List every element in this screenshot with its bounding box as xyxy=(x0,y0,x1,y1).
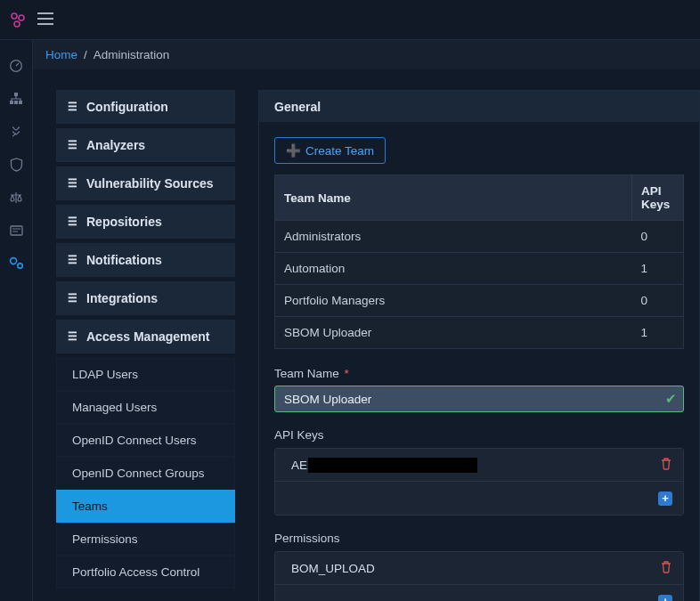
permissions-label: Permissions xyxy=(274,532,684,545)
svg-rect-7 xyxy=(19,101,22,104)
api-key-value: AE xyxy=(291,458,477,473)
col-api-keys[interactable]: API Keys xyxy=(632,175,684,221)
nav-group-access-management[interactable]: ☰Access Management xyxy=(56,320,235,353)
svg-point-1 xyxy=(19,15,24,20)
add-icon[interactable]: + xyxy=(658,595,672,602)
svg-point-10 xyxy=(17,264,22,269)
nav-group-vulnerability-sources[interactable]: ☰Vulnerability Sources xyxy=(56,166,235,200)
list-icon: ☰ xyxy=(68,215,77,228)
content-panel: General ➕ Create Team Team Name API Keys… xyxy=(258,90,700,601)
teams-table: Team Name API Keys Administrators0 Autom… xyxy=(274,175,684,349)
trash-icon[interactable] xyxy=(660,560,672,576)
table-row[interactable]: Automation1 xyxy=(275,253,684,285)
nav-sub-portfolio-access-control[interactable]: Portfolio Access Control xyxy=(56,556,235,589)
team-name-input[interactable] xyxy=(274,386,684,412)
svg-point-0 xyxy=(12,13,17,19)
nav-sub-permissions[interactable]: Permissions xyxy=(56,523,235,556)
redacted-icon xyxy=(308,458,477,473)
nav-sub-openid-groups[interactable]: OpenID Connect Groups xyxy=(56,457,235,490)
permissions-list: BOM_UPLOAD + xyxy=(274,551,684,601)
rail-components-icon[interactable] xyxy=(0,115,33,148)
svg-rect-5 xyxy=(10,101,13,104)
breadcrumb-separator: / xyxy=(84,48,87,61)
permission-value: BOM_UPLOAD xyxy=(291,562,375,575)
nav-group-configuration[interactable]: ☰Configuration xyxy=(56,90,235,124)
svg-rect-8 xyxy=(11,226,22,235)
panel-title: General xyxy=(259,91,699,122)
list-icon: ☰ xyxy=(68,177,77,190)
general-panel: General ➕ Create Team Team Name API Keys… xyxy=(258,90,700,601)
app-logo xyxy=(9,11,27,28)
list-icon: ☰ xyxy=(68,139,77,151)
team-name-label: Team Name * xyxy=(274,367,684,380)
rail-projects-icon[interactable] xyxy=(0,82,33,115)
nav-sub-openid-users[interactable]: OpenID Connect Users xyxy=(56,424,235,457)
list-icon: ☰ xyxy=(68,292,77,305)
table-row[interactable]: Portfolio Managers0 xyxy=(275,285,684,317)
breadcrumb-current: Administration xyxy=(94,48,170,61)
settings-nav: ☰Configuration ☰Analyzers ☰Vulnerability… xyxy=(56,90,235,601)
hamburger-icon[interactable] xyxy=(37,12,53,28)
api-key-row: AE xyxy=(275,449,683,482)
nav-group-integrations[interactable]: ☰Integrations xyxy=(56,281,235,315)
nav-sub-managed-users[interactable]: Managed Users xyxy=(56,391,235,424)
nav-sub-ldap-users[interactable]: LDAP Users xyxy=(56,358,235,391)
check-icon: ✔ xyxy=(665,391,677,407)
col-team-name[interactable]: Team Name xyxy=(275,175,632,221)
nav-sub-access-management: LDAP Users Managed Users OpenID Connect … xyxy=(56,358,235,589)
list-icon: ☰ xyxy=(68,101,77,113)
svg-point-2 xyxy=(14,21,20,27)
nav-sub-teams[interactable]: Teams xyxy=(56,490,235,523)
table-row[interactable]: SBOM Uploader1 xyxy=(275,317,684,349)
team-name-section: Team Name * ✔ xyxy=(274,367,684,412)
api-key-add-row: + xyxy=(275,482,683,515)
rail-vulnerabilities-icon[interactable] xyxy=(0,148,33,181)
svg-rect-4 xyxy=(14,93,18,96)
breadcrumb: Home / Administration xyxy=(33,40,700,69)
list-icon: ☰ xyxy=(68,254,77,266)
trash-icon[interactable] xyxy=(660,457,672,473)
breadcrumb-home[interactable]: Home xyxy=(45,48,77,61)
top-bar xyxy=(0,0,700,40)
add-icon[interactable]: + xyxy=(658,491,672,506)
nav-group-repositories[interactable]: ☰Repositories xyxy=(56,205,235,239)
nav-group-analyzers[interactable]: ☰Analyzers xyxy=(56,128,235,162)
rail-dashboard-icon[interactable] xyxy=(0,49,33,82)
svg-rect-6 xyxy=(14,101,18,104)
rail-licenses-icon[interactable] xyxy=(0,181,33,214)
plus-icon: ➕ xyxy=(286,143,301,158)
api-keys-list: AE + xyxy=(274,448,684,516)
main-area: ☰Configuration ☰Analyzers ☰Vulnerability… xyxy=(33,69,700,601)
permission-add-row: + xyxy=(275,585,683,601)
create-team-button[interactable]: ➕ Create Team xyxy=(274,137,386,164)
nav-group-notifications[interactable]: ☰Notifications xyxy=(56,243,235,277)
rail-policy-icon[interactable] xyxy=(0,214,33,247)
panel-body: ➕ Create Team Team Name API Keys Adminis… xyxy=(259,122,699,601)
rail-admin-icon[interactable] xyxy=(0,247,33,280)
api-keys-label: API Keys xyxy=(274,428,684,442)
left-icon-rail xyxy=(0,40,33,601)
permission-row: BOM_UPLOAD xyxy=(275,552,683,585)
table-row[interactable]: Administrators0 xyxy=(275,221,684,253)
list-icon: ☰ xyxy=(68,330,77,343)
